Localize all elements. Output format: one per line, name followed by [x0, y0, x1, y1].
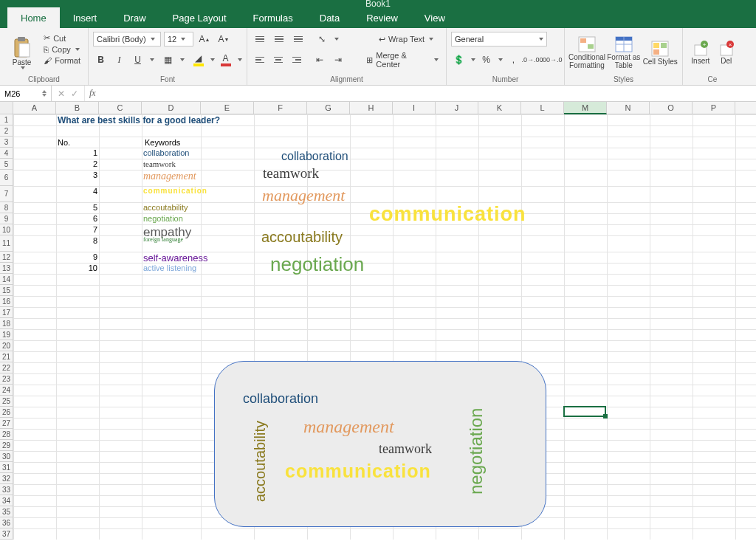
indent-right-button[interactable]: ⇥: [330, 52, 346, 67]
row-header-3[interactable]: 3: [0, 137, 13, 148]
col-header-E[interactable]: E: [201, 102, 254, 114]
row-header-12[interactable]: 12: [0, 252, 13, 263]
row-header-35[interactable]: 35: [0, 506, 13, 517]
dec-decimal-button[interactable]: .00→.0: [543, 52, 560, 67]
shrink-font-button[interactable]: A▼: [216, 32, 232, 46]
fill-color-button[interactable]: ◢: [190, 52, 206, 67]
col-header-H[interactable]: H: [350, 102, 393, 114]
align-top-button[interactable]: [252, 32, 268, 46]
row-header-30[interactable]: 30: [0, 451, 13, 462]
row-header-6[interactable]: 6: [0, 170, 13, 186]
col-header-G[interactable]: G: [307, 102, 350, 114]
align-right-button[interactable]: [289, 52, 304, 67]
comma-button[interactable]: ,: [506, 52, 521, 67]
row-header-1[interactable]: 1: [0, 114, 13, 125]
conditional-formatting-button[interactable]: Conditional Formatting: [569, 31, 605, 74]
align-bottom-button[interactable]: [290, 32, 306, 46]
row-header-18[interactable]: 18: [0, 318, 13, 329]
row-header-34[interactable]: 34: [0, 495, 13, 506]
row-header-26[interactable]: 26: [0, 407, 13, 418]
row-header-4[interactable]: 4: [0, 148, 13, 159]
tab-review[interactable]: Review: [353, 7, 411, 28]
row-header-27[interactable]: 27: [0, 418, 13, 429]
row-header-5[interactable]: 5: [0, 159, 13, 170]
tab-data[interactable]: Data: [306, 7, 353, 28]
col-header-N[interactable]: N: [607, 102, 650, 114]
enter-icon[interactable]: ✓: [71, 89, 78, 99]
row-header-36[interactable]: 36: [0, 517, 13, 528]
row-header-22[interactable]: 22: [0, 362, 13, 373]
align-middle-button[interactable]: [271, 32, 287, 46]
underline-button[interactable]: U: [130, 52, 145, 67]
orientation-button[interactable]: ⤡: [314, 32, 330, 46]
row-header-13[interactable]: 13: [0, 263, 13, 274]
tab-formulas[interactable]: Formulas: [240, 7, 306, 28]
merge-center-button[interactable]: ⊞Merge & Center: [363, 50, 441, 69]
cells-area[interactable]: What are best skills for a good leader? …: [13, 114, 756, 540]
align-left-button[interactable]: [252, 52, 267, 67]
row-headers[interactable]: 1234567891011121314151617181920212223242…: [0, 114, 13, 540]
cancel-icon[interactable]: ✕: [58, 89, 65, 99]
bold-button[interactable]: B: [93, 52, 109, 67]
wordcloud-shape[interactable]: collaboration management teamwork commun…: [214, 361, 546, 527]
tab-view[interactable]: View: [411, 7, 458, 28]
col-header-F[interactable]: F: [254, 102, 307, 114]
col-header-O[interactable]: O: [650, 102, 693, 114]
row-header-23[interactable]: 23: [0, 373, 13, 385]
number-format-combo[interactable]: General: [451, 32, 547, 46]
row-header-31[interactable]: 31: [0, 462, 13, 473]
row-header-32[interactable]: 32: [0, 473, 13, 484]
row-header-10[interactable]: 10: [0, 224, 13, 235]
row-header-24[interactable]: 24: [0, 385, 13, 396]
row-header-17[interactable]: 17: [0, 307, 13, 318]
row-header-25[interactable]: 25: [0, 396, 13, 407]
wrap-text-button[interactable]: ↩Wrap Text: [376, 34, 436, 45]
font-size-combo[interactable]: 12: [164, 32, 193, 46]
tab-insert[interactable]: Insert: [60, 7, 111, 28]
col-header-P[interactable]: P: [693, 102, 735, 114]
tab-home[interactable]: Home: [7, 7, 60, 28]
row-header-9[interactable]: 9: [0, 213, 13, 224]
col-header-C[interactable]: C: [99, 102, 142, 114]
border-button[interactable]: ▦: [160, 52, 176, 67]
copy-button[interactable]: ⎘Copy: [41, 44, 83, 55]
col-header-J[interactable]: J: [436, 102, 478, 114]
active-cell[interactable]: [563, 406, 606, 417]
col-header-D[interactable]: D: [142, 102, 201, 114]
col-header-K[interactable]: K: [478, 102, 521, 114]
col-header-I[interactable]: I: [393, 102, 436, 114]
italic-button[interactable]: I: [111, 52, 127, 67]
font-color-button[interactable]: A: [218, 52, 233, 67]
row-header-19[interactable]: 19: [0, 329, 13, 340]
select-all-corner[interactable]: [0, 102, 13, 114]
row-header-11[interactable]: 11: [0, 235, 13, 252]
grow-font-button[interactable]: A▲: [196, 32, 213, 46]
fx-icon[interactable]: fx: [85, 86, 100, 101]
fill-handle[interactable]: [603, 414, 608, 418]
column-headers[interactable]: ABCDEFGHIJKLMNOP: [0, 102, 756, 114]
percent-button[interactable]: %: [478, 52, 494, 67]
format-as-table-button[interactable]: Format as Table: [606, 31, 642, 74]
row-header-15[interactable]: 15: [0, 285, 13, 296]
insert-cells-button[interactable]: + Insert: [687, 31, 714, 74]
row-header-14[interactable]: 14: [0, 274, 13, 285]
row-header-33[interactable]: 33: [0, 484, 13, 495]
format-painter-button[interactable]: 🖌Format: [41, 55, 83, 66]
font-face-combo[interactable]: Calibri (Body): [93, 32, 161, 46]
delete-cells-button[interactable]: × Del: [715, 31, 738, 74]
indent-left-button[interactable]: ⇤: [312, 52, 327, 67]
row-header-7[interactable]: 7: [0, 186, 13, 202]
row-header-2[interactable]: 2: [0, 125, 13, 137]
cell-styles-button[interactable]: Cell Styles: [643, 31, 678, 74]
col-header-B[interactable]: B: [56, 102, 99, 114]
paste-button[interactable]: Paste: [4, 31, 39, 74]
row-header-20[interactable]: 20: [0, 340, 13, 351]
inc-decimal-button[interactable]: .0→.00: [524, 52, 540, 67]
cut-button[interactable]: ✂Cut: [41, 32, 83, 44]
currency-button[interactable]: 💲: [451, 52, 467, 67]
tab-page-layout[interactable]: Page Layout: [159, 7, 240, 28]
formula-input[interactable]: [100, 86, 756, 101]
row-header-29[interactable]: 29: [0, 440, 13, 451]
col-header-A[interactable]: A: [13, 102, 56, 114]
align-center-button[interactable]: [270, 52, 286, 67]
